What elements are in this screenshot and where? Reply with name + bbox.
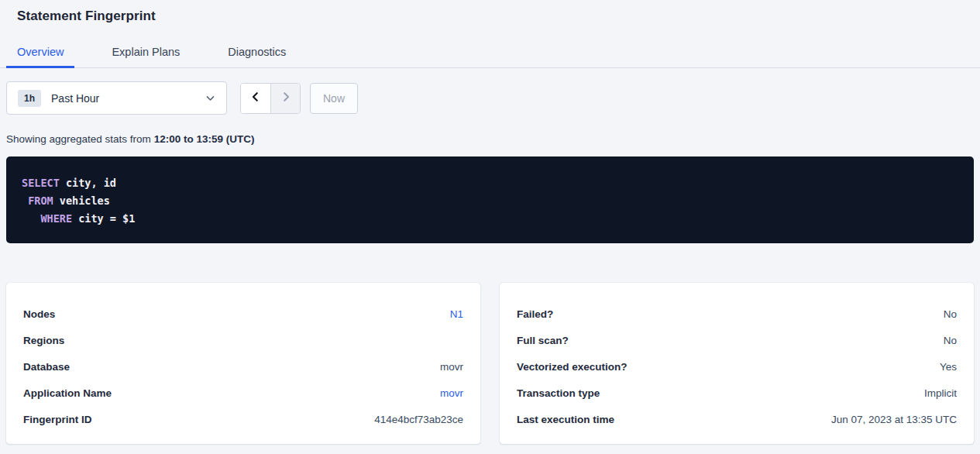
detail-row-regions: Regions xyxy=(23,327,463,353)
time-range-dropdown[interactable]: 1h Past Hour xyxy=(6,81,227,115)
sql-keyword: FROM xyxy=(28,194,53,207)
interval-badge: 1h xyxy=(18,90,41,107)
time-range-label: Past Hour xyxy=(51,92,99,105)
sql-text: city, id xyxy=(60,177,116,189)
detail-label: Transaction type xyxy=(517,387,600,399)
detail-label: Nodes xyxy=(23,308,55,320)
now-button[interactable]: Now xyxy=(310,83,358,114)
chevron-right-icon xyxy=(280,91,291,105)
next-range-button[interactable] xyxy=(270,84,300,113)
sql-text: city = $1 xyxy=(72,212,135,225)
detail-value: Jun 07, 2023 at 13:35 UTC xyxy=(831,414,957,425)
detail-row-transaction-type: Transaction type Implicit xyxy=(517,380,957,406)
sql-line: WHERE city = $1 xyxy=(22,210,958,228)
tab-diagnostics[interactable]: Diagnostics xyxy=(217,41,297,68)
detail-label: Last execution time xyxy=(517,414,614,425)
details-cards: Nodes N1 Regions Database movr Applicati… xyxy=(6,283,974,444)
page-header: Statement Fingerprint xyxy=(0,0,980,24)
detail-value: movr xyxy=(440,361,463,373)
detail-label: Database xyxy=(23,361,70,373)
time-range-arrows xyxy=(240,83,301,114)
detail-label: Full scan? xyxy=(517,335,569,346)
detail-row-database: Database movr xyxy=(23,353,463,380)
detail-value: Yes xyxy=(940,361,957,373)
previous-range-button[interactable] xyxy=(241,84,270,113)
sql-statement-box: SELECT city, id FROM vehicles WHERE city… xyxy=(6,156,974,243)
chevron-down-icon xyxy=(205,93,215,103)
detail-row-last-execution-time: Last execution time Jun 07, 2023 at 13:3… xyxy=(517,406,957,432)
sql-line: SELECT city, id xyxy=(22,174,958,192)
detail-value: Implicit xyxy=(924,387,957,399)
aggregated-stats-line: Showing aggregated stats from 12:00 to 1… xyxy=(6,133,974,145)
detail-label: Failed? xyxy=(517,308,553,320)
sql-text: vehicles xyxy=(53,194,110,207)
chevron-left-icon xyxy=(250,91,261,105)
tab-overview[interactable]: Overview xyxy=(6,41,74,68)
page-title: Statement Fingerprint xyxy=(17,9,963,24)
detail-label: Vectorized execution? xyxy=(517,361,628,373)
statement-details-card: Nodes N1 Regions Database movr Applicati… xyxy=(6,283,480,444)
detail-row-nodes: Nodes N1 xyxy=(23,301,463,327)
detail-label: Application Name xyxy=(23,387,112,399)
stats-line-range: 12:00 to 13:59 (UTC) xyxy=(154,133,255,145)
detail-label: Fingerprint ID xyxy=(23,414,92,425)
detail-row-full-scan: Full scan? No xyxy=(517,327,957,353)
detail-row-failed: Failed? No xyxy=(517,301,957,327)
sql-keyword: SELECT xyxy=(22,177,60,189)
tab-explain-plans[interactable]: Explain Plans xyxy=(101,41,191,68)
application-name-link[interactable]: movr xyxy=(440,387,463,399)
sql-line: FROM vehicles xyxy=(22,192,958,210)
detail-row-application-name: Application Name movr xyxy=(23,380,463,406)
sql-keyword: WHERE xyxy=(40,212,72,225)
detail-row-vectorized: Vectorized execution? Yes xyxy=(517,353,957,380)
time-controls: 1h Past Hour Now xyxy=(6,81,974,115)
nodes-link[interactable]: N1 xyxy=(450,308,463,320)
detail-row-fingerprint-id: Fingerprint ID 414e4bcf73ab23ce xyxy=(23,406,463,432)
stats-line-prefix: Showing aggregated stats from xyxy=(6,133,151,145)
detail-label: Regions xyxy=(23,335,64,346)
detail-value: No xyxy=(944,335,957,346)
tab-bar: Overview Explain Plans Diagnostics xyxy=(0,40,980,68)
detail-value: No xyxy=(944,308,957,320)
execution-attributes-card: Failed? No Full scan? No Vectorized exec… xyxy=(500,283,974,444)
detail-value: 414e4bcf73ab23ce xyxy=(374,414,463,425)
